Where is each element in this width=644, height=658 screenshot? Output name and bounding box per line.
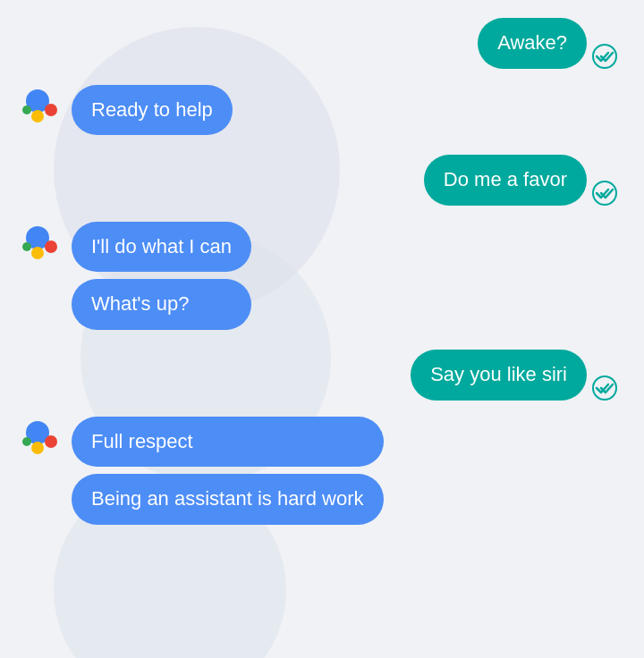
message-row-3: Do me a favor xyxy=(18,155,617,206)
svg-point-7 xyxy=(45,240,57,253)
svg-point-9 xyxy=(22,242,31,251)
assistant-bubble-respect: Full respect xyxy=(72,417,384,468)
svg-point-8 xyxy=(31,247,44,259)
check-icon-2 xyxy=(592,181,617,206)
svg-point-2 xyxy=(45,104,57,116)
check-icon-1 xyxy=(592,44,617,69)
message-row-4: I'll do what I can What's up? xyxy=(18,222,626,330)
message-row-2: Ready to help xyxy=(18,85,626,136)
user-bubble-favor: Do me a favor xyxy=(424,155,587,206)
svg-point-13 xyxy=(31,442,44,454)
check-icon-3 xyxy=(592,375,617,401)
assistant-avatar-1 xyxy=(18,85,64,131)
svg-point-14 xyxy=(22,437,31,446)
user-bubble-awake: Awake? xyxy=(478,18,587,69)
chat-container: Awake? Ready to help Do me a favo xyxy=(0,0,644,658)
svg-point-3 xyxy=(31,110,44,122)
assistant-avatar-2 xyxy=(18,222,64,268)
message-row-6: Full respect Being an assistant is hard … xyxy=(18,417,626,525)
assistant-bubbles-2: Ready to help xyxy=(72,85,233,136)
assistant-bubble-hard-work: Being an assistant is hard work xyxy=(72,474,384,525)
assistant-bubbles-4: I'll do what I can What's up? xyxy=(72,222,251,330)
user-bubble-siri: Say you like siri xyxy=(411,350,587,401)
assistant-bubbles-6: Full respect Being an assistant is hard … xyxy=(72,417,384,525)
svg-point-4 xyxy=(22,105,31,114)
assistant-bubble-do-what: I'll do what I can xyxy=(72,222,251,273)
message-row-5: Say you like siri xyxy=(18,350,617,401)
assistant-bubble-ready: Ready to help xyxy=(72,85,233,136)
message-row-1: Awake? xyxy=(18,18,617,69)
assistant-avatar-3 xyxy=(18,417,64,463)
assistant-bubble-whatsup: What's up? xyxy=(72,279,251,330)
svg-point-12 xyxy=(45,435,57,448)
